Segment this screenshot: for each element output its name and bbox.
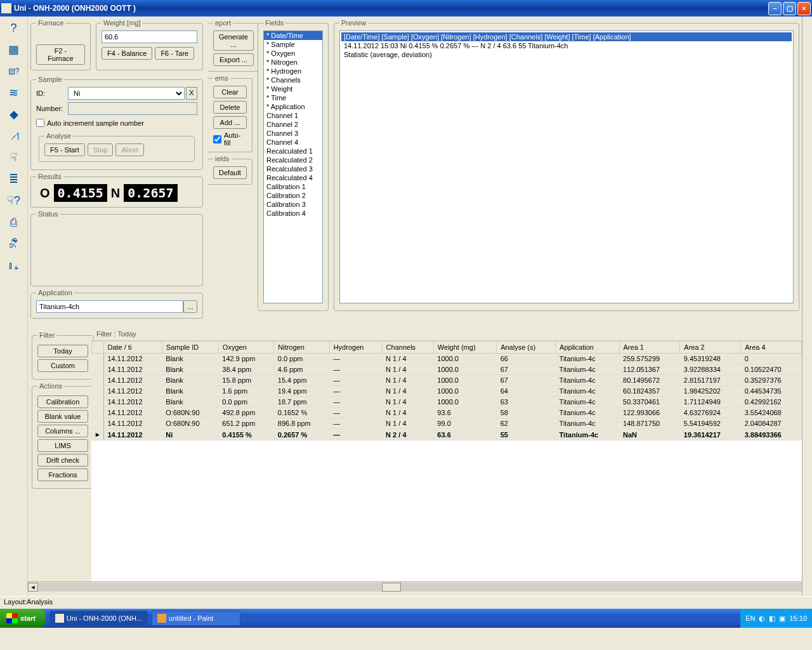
- field-item[interactable]: Calibration 1: [264, 182, 322, 191]
- application-input[interactable]: [36, 300, 183, 313]
- field-item[interactable]: * Sample: [264, 40, 322, 49]
- add-button[interactable]: Add ...: [213, 116, 247, 129]
- diamond-icon[interactable]: ◆: [6, 107, 22, 122]
- field-item[interactable]: Recalculated 2: [264, 156, 322, 164]
- language-indicator[interactable]: EN: [745, 614, 755, 622]
- field-item[interactable]: Recalculated 4: [264, 173, 322, 182]
- application-browse-button[interactable]: ...: [183, 300, 197, 313]
- calibration-button[interactable]: Calibration: [37, 395, 88, 408]
- field-item[interactable]: * Oxygen: [264, 49, 322, 58]
- column-header[interactable]: Area 4: [741, 342, 802, 354]
- field-item[interactable]: * Weight: [264, 84, 322, 93]
- field-item[interactable]: * Time: [264, 93, 322, 102]
- row-header[interactable]: [92, 386, 104, 397]
- field-item[interactable]: Channel 1: [264, 111, 322, 120]
- row-header[interactable]: [92, 375, 104, 386]
- field-item[interactable]: Calibration 3: [264, 200, 322, 209]
- column-header[interactable]: Date / ti: [103, 342, 162, 354]
- column-header[interactable]: Oxygen: [218, 342, 273, 354]
- lims-button[interactable]: LIMS: [37, 439, 88, 452]
- hand-icon[interactable]: ☟: [6, 150, 22, 165]
- column-header[interactable]: Area 1: [619, 342, 680, 354]
- delete-button[interactable]: Delete: [213, 101, 247, 114]
- furnace-button[interactable]: F2 - Furnace: [36, 44, 85, 65]
- column-header[interactable]: Channels: [382, 342, 433, 354]
- vertical-scrollbar[interactable]: [802, 17, 812, 596]
- row-header[interactable]: [92, 397, 104, 408]
- field-item[interactable]: Calibration 2: [264, 191, 322, 200]
- tray-icon[interactable]: ◐: [759, 614, 765, 623]
- column-header[interactable]: Hydrogen: [329, 342, 382, 354]
- start-button[interactable]: F5 - Start: [44, 143, 85, 156]
- field-item[interactable]: * Application: [264, 102, 322, 111]
- export-button[interactable]: Export ...: [213, 53, 254, 66]
- chart-icon[interactable]: ⫾₊: [6, 258, 22, 273]
- field-item[interactable]: * Nitrogen: [264, 58, 322, 67]
- clear-button[interactable]: Clear: [213, 86, 247, 98]
- field-item[interactable]: Calibration 4: [264, 209, 322, 218]
- printer-icon[interactable]: ⎙: [6, 215, 22, 230]
- fractions-button[interactable]: Fractions: [37, 468, 88, 481]
- sample-id-select[interactable]: Ni: [68, 87, 185, 100]
- tray-icon[interactable]: ◧: [769, 614, 775, 623]
- clock[interactable]: 15:10: [789, 614, 807, 622]
- grid-icon[interactable]: ▦: [6, 42, 22, 57]
- weight-input[interactable]: [102, 30, 197, 43]
- field-item[interactable]: * Channels: [264, 76, 322, 84]
- stop-button[interactable]: Stop: [88, 143, 114, 156]
- row-header[interactable]: [92, 418, 104, 429]
- row-header[interactable]: [92, 354, 104, 364]
- blank-value-button[interactable]: Blank value: [37, 410, 88, 423]
- balance-button[interactable]: F4 - Balance: [102, 47, 152, 60]
- column-header[interactable]: Sample ID: [162, 342, 218, 354]
- field-item[interactable]: Channel 3: [264, 129, 322, 138]
- drift-check-button[interactable]: Drift check: [37, 454, 88, 467]
- waves-icon[interactable]: ≋: [6, 85, 22, 100]
- taskbar-item-uni[interactable]: Uni - ONH-2000 (ONH...: [49, 611, 148, 626]
- row-header[interactable]: ▸: [92, 429, 104, 441]
- row-header[interactable]: [92, 364, 104, 375]
- start-button[interactable]: start: [0, 609, 46, 628]
- column-header[interactable]: Weight (mg): [433, 342, 496, 354]
- scroll-left-icon[interactable]: ◄: [28, 583, 38, 592]
- field-item[interactable]: * Hydrogen: [264, 67, 322, 76]
- row-header[interactable]: [92, 408, 104, 418]
- column-header[interactable]: [92, 342, 104, 354]
- columns-button[interactable]: Columns ...: [37, 425, 88, 437]
- system-tray[interactable]: EN ◐ ◧ ▣ 15:10: [740, 609, 812, 628]
- auto-increment-checkbox[interactable]: Auto increment sample number: [36, 119, 144, 127]
- doc-help-icon[interactable]: ▤?: [6, 63, 22, 79]
- clear-id-button[interactable]: X: [186, 87, 197, 100]
- field-item[interactable]: * Date/Time: [264, 31, 322, 40]
- field-item[interactable]: Recalculated 3: [264, 164, 322, 173]
- lines-icon[interactable]: ≣: [6, 171, 22, 187]
- taskbar-item-paint[interactable]: untitled - Paint: [152, 611, 240, 626]
- tray-icon[interactable]: ▣: [779, 614, 785, 623]
- results-table[interactable]: Date / tiSample IDOxygenNitrogenHydrogen…: [91, 341, 802, 581]
- column-header[interactable]: Area 2: [680, 342, 741, 354]
- maximize-button[interactable]: ▢: [783, 2, 796, 15]
- car-icon[interactable]: ⛐: [6, 236, 22, 251]
- close-button[interactable]: ×: [797, 2, 811, 15]
- default-button[interactable]: Default: [213, 166, 247, 179]
- column-header[interactable]: Application: [556, 342, 619, 354]
- minimize-button[interactable]: –: [768, 2, 782, 15]
- custom-button[interactable]: Custom: [37, 359, 88, 372]
- sample-number-input[interactable]: [68, 102, 197, 115]
- hand2-icon[interactable]: ☟?: [6, 193, 22, 208]
- column-header[interactable]: Nitrogen: [274, 342, 329, 354]
- field-item[interactable]: Recalculated 1: [264, 147, 322, 156]
- generate-button[interactable]: Generate ...: [213, 30, 254, 51]
- help-icon[interactable]: ?: [6, 20, 22, 36]
- column-header[interactable]: Analyse (s): [497, 342, 556, 354]
- horizontal-scrollbar[interactable]: ◄ ►: [28, 581, 812, 592]
- tare-button[interactable]: F6 - Tare: [155, 47, 194, 60]
- autofill-checkbox[interactable]: Auto-fill: [213, 131, 247, 147]
- table-cell: N 1 / 4: [382, 354, 433, 364]
- abort-button[interactable]: Abort: [115, 143, 143, 156]
- curve-icon[interactable]: ⩘: [6, 128, 22, 143]
- field-item[interactable]: Channel 2: [264, 120, 322, 129]
- fields-list[interactable]: * Date/Time* Sample* Oxygen* Nitrogen* H…: [263, 30, 323, 303]
- today-button[interactable]: Today: [37, 345, 88, 357]
- field-item[interactable]: Channel 4: [264, 138, 322, 147]
